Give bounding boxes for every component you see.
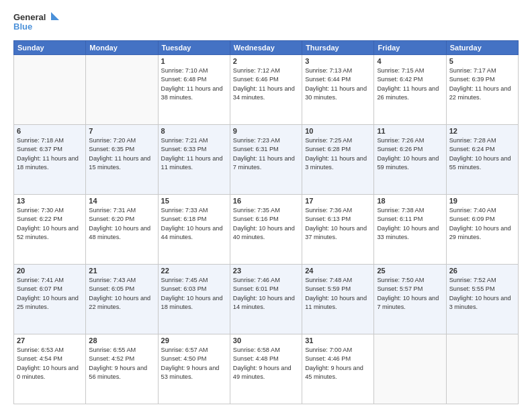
- day-cell: 27Sunrise: 6:53 AM Sunset: 4:54 PM Dayli…: [14, 334, 86, 404]
- weekday-header-friday: Friday: [374, 41, 446, 55]
- day-number: 18: [377, 197, 443, 205]
- logo: General Blue: [13, 11, 60, 35]
- day-number: 28: [89, 336, 154, 345]
- page: General Blue SundayMondayTuesdayWednesda…: [0, 0, 532, 411]
- calendar-table: SundayMondayTuesdayWednesdayThursdayFrid…: [13, 40, 519, 404]
- day-info: Sunrise: 7:35 AM Sunset: 6:16 PM Dayligh…: [233, 206, 299, 242]
- day-number: 14: [89, 197, 154, 205]
- day-number: 31: [305, 336, 371, 345]
- day-info: Sunrise: 7:15 AM Sunset: 6:42 PM Dayligh…: [377, 66, 443, 102]
- day-cell: 5Sunrise: 7:17 AM Sunset: 6:39 PM Daylig…: [446, 55, 518, 125]
- svg-text:Blue: Blue: [13, 21, 32, 32]
- day-number: 16: [233, 197, 299, 205]
- day-number: 22: [161, 267, 227, 275]
- day-cell: 31Sunrise: 7:00 AM Sunset: 4:46 PM Dayli…: [302, 334, 374, 404]
- day-cell: [14, 55, 86, 125]
- day-info: Sunrise: 7:18 AM Sunset: 6:37 PM Dayligh…: [17, 136, 83, 172]
- day-cell: 30Sunrise: 6:58 AM Sunset: 4:48 PM Dayli…: [230, 334, 302, 404]
- day-info: Sunrise: 7:41 AM Sunset: 6:07 PM Dayligh…: [17, 276, 83, 312]
- day-info: Sunrise: 7:36 AM Sunset: 6:13 PM Dayligh…: [305, 206, 371, 242]
- day-info: Sunrise: 7:25 AM Sunset: 6:28 PM Dayligh…: [305, 136, 371, 172]
- day-number: 21: [89, 267, 154, 275]
- day-cell: 29Sunrise: 6:57 AM Sunset: 4:50 PM Dayli…: [158, 334, 230, 404]
- day-number: 23: [233, 267, 299, 275]
- day-number: 13: [17, 197, 83, 205]
- day-info: Sunrise: 7:30 AM Sunset: 6:22 PM Dayligh…: [17, 206, 83, 242]
- day-number: 29: [161, 336, 227, 345]
- day-cell: 23Sunrise: 7:46 AM Sunset: 6:01 PM Dayli…: [230, 265, 302, 334]
- day-cell: 9Sunrise: 7:23 AM Sunset: 6:31 PM Daylig…: [230, 125, 302, 195]
- svg-marker-2: [51, 12, 59, 20]
- day-cell: 4Sunrise: 7:15 AM Sunset: 6:42 PM Daylig…: [374, 55, 446, 125]
- day-cell: 3Sunrise: 7:13 AM Sunset: 6:44 PM Daylig…: [302, 55, 374, 125]
- day-cell: 15Sunrise: 7:33 AM Sunset: 6:18 PM Dayli…: [158, 195, 230, 265]
- day-cell: 11Sunrise: 7:26 AM Sunset: 6:26 PM Dayli…: [374, 125, 446, 195]
- day-number: 2: [233, 57, 299, 65]
- day-cell: 22Sunrise: 7:45 AM Sunset: 6:03 PM Dayli…: [158, 265, 230, 334]
- day-cell: 24Sunrise: 7:48 AM Sunset: 5:59 PM Dayli…: [302, 265, 374, 334]
- day-info: Sunrise: 7:00 AM Sunset: 4:46 PM Dayligh…: [305, 346, 371, 381]
- day-cell: 25Sunrise: 7:50 AM Sunset: 5:57 PM Dayli…: [374, 265, 446, 334]
- day-number: 27: [17, 336, 83, 345]
- day-cell: 21Sunrise: 7:43 AM Sunset: 6:05 PM Dayli…: [86, 265, 158, 334]
- day-info: Sunrise: 7:21 AM Sunset: 6:33 PM Dayligh…: [161, 136, 227, 172]
- day-info: Sunrise: 7:48 AM Sunset: 5:59 PM Dayligh…: [305, 276, 371, 312]
- week-row-3: 13Sunrise: 7:30 AM Sunset: 6:22 PM Dayli…: [14, 195, 519, 265]
- day-number: 30: [233, 336, 299, 345]
- weekday-header-row: SundayMondayTuesdayWednesdayThursdayFrid…: [14, 41, 519, 55]
- day-cell: 20Sunrise: 7:41 AM Sunset: 6:07 PM Dayli…: [14, 265, 86, 334]
- day-number: 7: [89, 127, 154, 135]
- day-cell: 1Sunrise: 7:10 AM Sunset: 6:48 PM Daylig…: [158, 55, 230, 125]
- day-cell: 17Sunrise: 7:36 AM Sunset: 6:13 PM Dayli…: [302, 195, 374, 265]
- day-cell: 10Sunrise: 7:25 AM Sunset: 6:28 PM Dayli…: [302, 125, 374, 195]
- weekday-header-sunday: Sunday: [14, 41, 86, 55]
- day-cell: 28Sunrise: 6:55 AM Sunset: 4:52 PM Dayli…: [86, 334, 158, 404]
- day-number: 15: [161, 197, 227, 205]
- weekday-header-thursday: Thursday: [302, 41, 374, 55]
- week-row-1: 1Sunrise: 7:10 AM Sunset: 6:48 PM Daylig…: [14, 55, 519, 125]
- day-number: 11: [377, 127, 443, 135]
- day-cell: 12Sunrise: 7:28 AM Sunset: 6:24 PM Dayli…: [446, 125, 518, 195]
- weekday-header-monday: Monday: [86, 41, 158, 55]
- day-info: Sunrise: 7:52 AM Sunset: 5:55 PM Dayligh…: [449, 276, 515, 312]
- svg-text:General: General: [13, 12, 46, 22]
- day-number: 9: [233, 127, 299, 135]
- day-info: Sunrise: 7:31 AM Sunset: 6:20 PM Dayligh…: [89, 206, 154, 242]
- day-number: 19: [449, 197, 515, 205]
- day-number: 12: [449, 127, 515, 135]
- day-cell: [86, 55, 158, 125]
- day-cell: 2Sunrise: 7:12 AM Sunset: 6:46 PM Daylig…: [230, 55, 302, 125]
- day-info: Sunrise: 6:55 AM Sunset: 4:52 PM Dayligh…: [89, 346, 154, 381]
- day-info: Sunrise: 7:12 AM Sunset: 6:46 PM Dayligh…: [233, 66, 299, 102]
- day-info: Sunrise: 6:57 AM Sunset: 4:50 PM Dayligh…: [161, 346, 227, 381]
- day-number: 4: [377, 57, 443, 65]
- week-row-2: 6Sunrise: 7:18 AM Sunset: 6:37 PM Daylig…: [14, 125, 519, 195]
- day-info: Sunrise: 6:58 AM Sunset: 4:48 PM Dayligh…: [233, 346, 299, 381]
- day-info: Sunrise: 7:45 AM Sunset: 6:03 PM Dayligh…: [161, 276, 227, 312]
- day-info: Sunrise: 7:23 AM Sunset: 6:31 PM Dayligh…: [233, 136, 299, 172]
- day-cell: 19Sunrise: 7:40 AM Sunset: 6:09 PM Dayli…: [446, 195, 518, 265]
- day-number: 8: [161, 127, 227, 135]
- day-cell: 14Sunrise: 7:31 AM Sunset: 6:20 PM Dayli…: [86, 195, 158, 265]
- day-cell: 16Sunrise: 7:35 AM Sunset: 6:16 PM Dayli…: [230, 195, 302, 265]
- day-info: Sunrise: 7:20 AM Sunset: 6:35 PM Dayligh…: [89, 136, 154, 172]
- day-cell: 6Sunrise: 7:18 AM Sunset: 6:37 PM Daylig…: [14, 125, 86, 195]
- day-info: Sunrise: 7:17 AM Sunset: 6:39 PM Dayligh…: [449, 66, 515, 102]
- day-info: Sunrise: 7:50 AM Sunset: 5:57 PM Dayligh…: [377, 276, 443, 312]
- day-number: 10: [305, 127, 371, 135]
- day-cell: 26Sunrise: 7:52 AM Sunset: 5:55 PM Dayli…: [446, 265, 518, 334]
- day-number: 1: [161, 57, 227, 65]
- day-info: Sunrise: 7:26 AM Sunset: 6:26 PM Dayligh…: [377, 136, 443, 172]
- day-info: Sunrise: 7:13 AM Sunset: 6:44 PM Dayligh…: [305, 66, 371, 102]
- weekday-header-wednesday: Wednesday: [230, 41, 302, 55]
- day-cell: 8Sunrise: 7:21 AM Sunset: 6:33 PM Daylig…: [158, 125, 230, 195]
- week-row-4: 20Sunrise: 7:41 AM Sunset: 6:07 PM Dayli…: [14, 265, 519, 334]
- day-info: Sunrise: 7:43 AM Sunset: 6:05 PM Dayligh…: [89, 276, 154, 312]
- day-cell: 7Sunrise: 7:20 AM Sunset: 6:35 PM Daylig…: [86, 125, 158, 195]
- week-row-5: 27Sunrise: 6:53 AM Sunset: 4:54 PM Dayli…: [14, 334, 519, 404]
- weekday-header-saturday: Saturday: [446, 41, 518, 55]
- day-cell: [374, 334, 446, 404]
- day-number: 3: [305, 57, 371, 65]
- day-info: Sunrise: 6:53 AM Sunset: 4:54 PM Dayligh…: [17, 346, 83, 381]
- header: General Blue: [13, 11, 519, 35]
